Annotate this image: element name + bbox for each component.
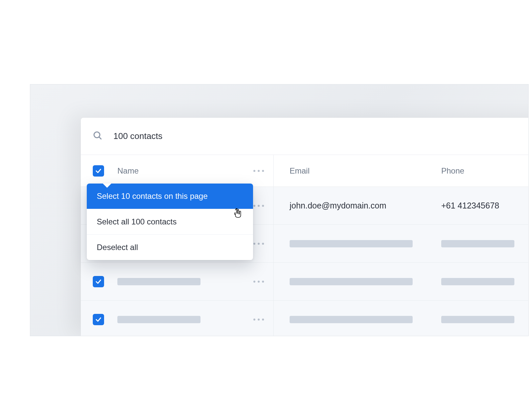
row-options-icon[interactable] (253, 243, 264, 245)
row-email-cell (274, 316, 433, 323)
column-options-icon[interactable] (253, 170, 264, 172)
placeholder-bar (441, 316, 514, 323)
row-phone-cell (433, 278, 514, 285)
select-all-checkbox[interactable] (93, 165, 104, 177)
placeholder-bar (290, 278, 413, 285)
svg-line-1 (99, 137, 101, 139)
row-phone-cell (433, 316, 514, 323)
row-phone-cell (433, 240, 514, 247)
contact-count-label: 100 contacts (113, 131, 162, 141)
row-checkbox[interactable] (93, 276, 104, 287)
placeholder-bar (290, 240, 413, 247)
row-phone-cell: +61 412345678 (433, 201, 499, 210)
placeholder-bar (290, 316, 413, 323)
column-header-phone[interactable]: Phone (433, 166, 464, 176)
table-header: Name Email Phone (81, 155, 529, 187)
row-email-cell (274, 278, 433, 285)
row-options-icon[interactable] (253, 319, 264, 321)
column-name: Name (81, 155, 274, 187)
table-row[interactable] (81, 301, 529, 336)
column-header-email[interactable]: Email (274, 166, 433, 176)
placeholder-bar (117, 316, 200, 323)
select-all-option[interactable]: Select all 100 contacts (87, 209, 253, 235)
table-row[interactable] (81, 263, 529, 301)
selection-dropdown: Select 10 contacts on this page Select a… (87, 184, 253, 260)
row-name-cell (81, 263, 274, 300)
deselect-all-option[interactable]: Deselect all (87, 235, 253, 260)
row-checkbox[interactable] (93, 314, 104, 325)
placeholder-bar (441, 278, 514, 285)
select-page-option[interactable]: Select 10 contacts on this page (87, 184, 253, 209)
column-header-name[interactable]: Name (117, 166, 139, 176)
row-options-icon[interactable] (253, 205, 264, 207)
search-bar: 100 contacts (81, 118, 529, 155)
placeholder-bar (441, 240, 514, 247)
row-email-cell (274, 240, 433, 247)
row-email-cell: john.doe@mydomain.com (274, 201, 433, 210)
row-options-icon[interactable] (253, 281, 264, 283)
search-icon[interactable] (93, 131, 103, 142)
row-name-cell (81, 301, 274, 336)
app-frame: 100 contacts Name Email Phone (30, 84, 529, 336)
placeholder-bar (117, 278, 200, 285)
